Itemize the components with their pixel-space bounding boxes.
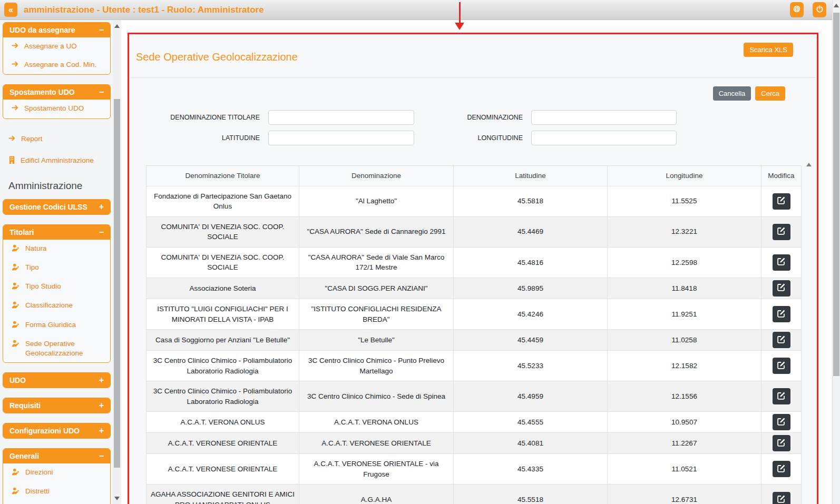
expand-plus-icon[interactable]: + [99,203,104,211]
cell-modifica [761,216,802,247]
collapse-minus-icon[interactable]: − [99,228,104,236]
edit-row-button[interactable] [773,254,790,271]
sidebar-scrollbar[interactable] [113,20,121,504]
cell-denominazione-titolare: Fondazione di Partecipazione San Gaetano… [146,186,299,216]
collapse-minus-icon[interactable]: − [99,88,104,96]
sidebar-item-assegnare-a-cod-min[interactable]: Assegnare a Cod. Min. [3,56,110,74]
sidebar: UDO da assegnare−Assegnare a UOAssegnare… [0,20,113,504]
pen-square-icon [777,226,786,237]
power-logout-button[interactable] [813,2,826,17]
sidebar-section-header-udo-da-assegnare[interactable]: UDO da assegnare− [3,23,110,37]
sidebar-section-header-titolari[interactable]: Titolari− [3,225,110,240]
collapse-minus-icon[interactable]: − [99,452,104,460]
sidebar-item-distretti[interactable]: Distretti [3,482,110,501]
table-row: ISTITUTO "LUIGI CONFIGLIACHI" PER I MINO… [146,299,802,329]
denominazione-titolare-input[interactable] [268,110,414,125]
sidebar-item-label: Edifici Amministrazione [21,156,94,164]
edit-row-button[interactable] [773,414,790,430]
sidebar-section-header-spostamento-udo[interactable]: Spostamento UDO− [3,85,110,100]
sidebar-section-header-requisiti[interactable]: Requisiti+ [3,398,110,413]
cell-longitudine: 12.1556 [608,381,761,412]
edit-row-button[interactable] [773,332,790,348]
cell-longitudine: 12.2598 [608,247,761,278]
page-scroll-up-icon[interactable] [834,4,839,7]
expand-plus-icon[interactable]: + [99,427,104,435]
sidebar-section-title: UDO da assegnare [9,26,75,34]
longitudine-input[interactable] [531,131,677,145]
results-table: Denominazione TitolareDenominazioneLatit… [146,165,802,504]
table-scrollbar[interactable] [805,163,813,504]
cell-longitudine: 12.1582 [608,351,761,381]
denominazione-input[interactable] [531,110,677,125]
sidebar-section-header-generali[interactable]: Generali− [3,449,110,463]
annotation-arrow [459,2,461,23]
user-edit-icon [12,340,20,350]
sidebar-item-sede-operative-geolocalizzazione[interactable]: Sede Operative Geolocalizzazione [3,335,110,362]
cell-modifica [761,433,802,454]
edit-row-button[interactable] [773,280,790,297]
sidebar-collapse-button[interactable]: « [4,3,17,17]
sidebar-scroll-down-icon[interactable] [114,497,120,500]
cell-latitudine: 45.4469 [454,216,608,247]
cell-longitudine: 12.6731 [608,485,761,504]
user-edit-icon [12,263,20,273]
sidebar-section-header-gestione-codici-ulss[interactable]: Gestione Codici ULSS+ [3,200,110,214]
collapse-minus-icon[interactable]: − [99,26,104,34]
arrow-right-icon [12,42,19,52]
edit-row-button[interactable] [773,358,790,374]
table-row: COMUNITA' DI VENEZIA SOC. COOP. SOCIALE"… [146,216,802,247]
edit-row-button[interactable] [773,388,790,404]
page-scrollbar[interactable] [832,0,840,504]
download-xls-button[interactable]: Scarica XLS [744,43,793,57]
sidebar-item-natura[interactable]: Natura [3,240,110,259]
cell-denominazione: A.C.A.T. VERONESE ORIENTALE [299,433,454,454]
cell-latitudine: 45.4959 [454,381,608,412]
arrow-right-icon [12,61,19,70]
sidebar-item-classificazione[interactable]: Classificazione [3,297,110,315]
cell-latitudine: 45.4459 [454,330,608,351]
table-row: 3C Centro Clinico Chimico - Poliambulato… [146,351,802,381]
page-scroll-thumb[interactable] [833,13,839,376]
sidebar-item-tipo-studio[interactable]: Tipo Studio [3,278,110,297]
cell-latitudine: 45.5818 [454,186,608,216]
edit-row-button[interactable] [773,224,790,240]
sidebar-scroll-thumb[interactable] [114,99,120,468]
column-header-latitudine: Latitudine [454,166,608,186]
cell-denominazione-titolare: COMUNITA' DI VENEZIA SOC. COOP. SOCIALE [146,247,299,278]
sidebar-scroll-up-icon[interactable] [114,24,120,28]
sidebar-section-header-configurazioni-udo[interactable]: Configurazioni UDO+ [3,423,110,438]
sidebar-item-edifici-amministrazione[interactable]: Edifici Amministrazione [0,152,113,170]
user-edit-icon [12,321,20,331]
sidebar-item-spostamento-udo[interactable]: Spostamento UDO [3,100,110,118]
pen-square-icon [777,257,786,268]
edit-row-button[interactable] [773,193,790,210]
edit-row-button[interactable] [773,492,790,504]
edit-row-button[interactable] [773,306,790,322]
sidebar-item-assegnare-a-uo[interactable]: Assegnare a UO [3,37,110,56]
sidebar-section-header-udo[interactable]: UDO+ [3,373,110,388]
sidebar-item-direzioni[interactable]: Direzioni [3,463,110,482]
table-scroll-up-icon[interactable] [806,163,812,166]
sidebar-item-forma-giuridica[interactable]: Forma Giuridica [3,316,110,335]
globe-button[interactable] [790,2,804,17]
latitudine-input[interactable] [268,131,414,145]
arrow-right-icon [12,104,19,114]
clear-button[interactable]: Cancella [713,86,751,101]
sidebar-item-tipo[interactable]: Tipo [3,259,110,278]
sidebar-item-label: Distretti [25,487,50,496]
edit-row-button[interactable] [773,461,790,477]
table-row: A.C.A.T. VERONESE ORIENTALEA.C.A.T. VERO… [146,433,802,454]
sidebar-item-label: Tipo Studio [25,282,61,291]
column-header-denominazione: Denominazione [299,166,454,186]
sidebar-item-uffici[interactable]: Uffici [3,502,110,504]
pen-square-icon [777,361,786,371]
search-button[interactable]: Cerca [755,86,785,101]
sidebar-section-title: Requisiti [9,401,41,410]
expand-plus-icon[interactable]: + [99,376,104,384]
edit-row-button[interactable] [773,435,790,451]
sidebar-item-label: Direzioni [25,468,53,477]
expand-plus-icon[interactable]: + [99,401,104,410]
top-bar: « amministrazione - Utente : test1 - Ruo… [0,0,840,20]
sidebar-item-report[interactable]: Report [0,131,113,147]
cell-denominazione-titolare: 3C Centro Clinico Chimico - Poliambulato… [146,351,299,381]
